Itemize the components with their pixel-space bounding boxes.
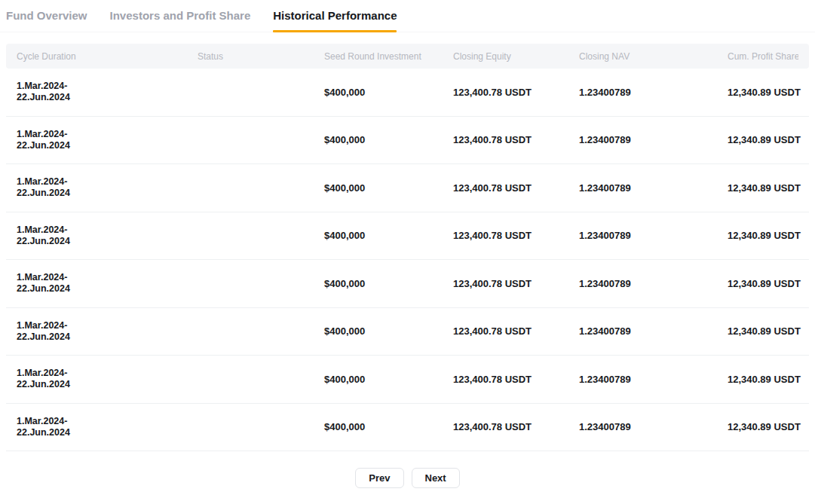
cum-profit-share-cell: 12,340.89 USDT xyxy=(728,87,801,98)
cycle-duration-line1: 1.Mar.2024- xyxy=(17,81,198,92)
cycle-duration-cell: 1.Mar.2024- 22.Jun.2024 xyxy=(17,368,198,390)
cycle-duration-line2: 22.Jun.2024 xyxy=(17,92,198,103)
column-header-cycle-duration: Cycle Duration xyxy=(17,51,198,62)
cum-profit-share-cell: 12,340.89 USDT xyxy=(728,325,801,337)
cycle-duration-cell: 1.Mar.2024- 22.Jun.2024 xyxy=(17,416,198,438)
seed-round-investment-cell: $400,000 xyxy=(324,374,453,385)
cum-profit-share-cell: 12,340.89 USDT xyxy=(728,421,801,432)
table-row: 1.Mar.2024- 22.Jun.2024 $400,000 123,400… xyxy=(6,404,809,452)
next-button[interactable]: Next xyxy=(412,468,460,488)
cycle-duration-line1: 1.Mar.2024- xyxy=(17,416,198,427)
closing-nav-cell: 1.23400789 xyxy=(579,230,728,241)
seed-round-investment-cell: $400,000 xyxy=(324,325,453,337)
column-header-cum-profit-share: Cum. Profit Share xyxy=(728,51,798,62)
cum-profit-share-cell: 12,340.89 USDT xyxy=(728,374,801,385)
closing-equity-cell: 123,400.78 USDT xyxy=(453,278,579,289)
table-row: 1.Mar.2024- 22.Jun.2024 $400,000 123,400… xyxy=(6,308,809,356)
closing-nav-cell: 1.23400789 xyxy=(579,87,728,98)
cum-profit-share-cell: 12,340.89 USDT xyxy=(728,182,801,194)
cycle-duration-cell: 1.Mar.2024- 22.Jun.2024 xyxy=(17,225,198,247)
closing-equity-cell: 123,400.78 USDT xyxy=(453,421,579,432)
seed-round-investment-cell: $400,000 xyxy=(324,87,453,98)
closing-nav-cell: 1.23400789 xyxy=(579,374,728,385)
cycle-duration-cell: 1.Mar.2024- 22.Jun.2024 xyxy=(17,81,198,103)
closing-equity-cell: 123,400.78 USDT xyxy=(453,182,579,194)
tab-historical-performance[interactable]: Historical Performance xyxy=(273,9,397,32)
prev-button[interactable]: Prev xyxy=(355,468,403,488)
cycle-duration-cell: 1.Mar.2024- 22.Jun.2024 xyxy=(17,129,198,151)
cycle-duration-line2: 22.Jun.2024 xyxy=(17,236,198,247)
cycle-duration-line1: 1.Mar.2024- xyxy=(17,272,198,283)
table-header-row: Cycle Duration Status Seed Round Investm… xyxy=(6,44,809,69)
closing-nav-cell: 1.23400789 xyxy=(579,421,728,432)
closing-equity-cell: 123,400.78 USDT xyxy=(453,87,579,98)
seed-round-investment-cell: $400,000 xyxy=(324,182,453,194)
closing-equity-cell: 123,400.78 USDT xyxy=(453,325,579,337)
cum-profit-share-cell: 12,340.89 USDT xyxy=(728,278,801,289)
seed-round-investment-cell: $400,000 xyxy=(324,134,453,145)
table-row: 1.Mar.2024- 22.Jun.2024 $400,000 123,400… xyxy=(6,260,809,308)
tab-investors-and-profit-share[interactable]: Investors and Profit Share xyxy=(110,9,251,32)
closing-equity-cell: 123,400.78 USDT xyxy=(453,374,579,385)
cycle-duration-line1: 1.Mar.2024- xyxy=(17,225,198,236)
table-body: 1.Mar.2024- 22.Jun.2024 $400,000 123,400… xyxy=(6,69,809,451)
historical-performance-table: Cycle Duration Status Seed Round Investm… xyxy=(6,44,809,451)
cycle-duration-line2: 22.Jun.2024 xyxy=(17,331,198,343)
tab-fund-overview[interactable]: Fund Overview xyxy=(6,9,87,32)
cycle-duration-line1: 1.Mar.2024- xyxy=(17,368,198,379)
closing-equity-cell: 123,400.78 USDT xyxy=(453,134,579,145)
cycle-duration-line1: 1.Mar.2024- xyxy=(17,176,198,188)
cum-profit-share-cell: 12,340.89 USDT xyxy=(728,134,801,145)
closing-equity-cell: 123,400.78 USDT xyxy=(453,230,579,241)
cycle-duration-cell: 1.Mar.2024- 22.Jun.2024 xyxy=(17,320,198,343)
table-row: 1.Mar.2024- 22.Jun.2024 $400,000 123,400… xyxy=(6,164,809,212)
tab-bar: Fund Overview Investors and Profit Share… xyxy=(0,0,815,32)
cycle-duration-line2: 22.Jun.2024 xyxy=(17,427,198,438)
cum-profit-share-cell: 12,340.89 USDT xyxy=(728,230,801,241)
seed-round-investment-cell: $400,000 xyxy=(324,230,453,241)
column-header-seed-round-investment: Seed Round Investment xyxy=(324,51,453,62)
cycle-duration-line2: 22.Jun.2024 xyxy=(17,379,198,390)
cycle-duration-line2: 22.Jun.2024 xyxy=(17,283,198,295)
cycle-duration-line2: 22.Jun.2024 xyxy=(17,188,198,199)
column-header-closing-equity: Closing Equity xyxy=(453,51,579,62)
closing-nav-cell: 1.23400789 xyxy=(579,278,728,289)
closing-nav-cell: 1.23400789 xyxy=(579,325,728,337)
pagination: Prev Next xyxy=(0,468,815,488)
cycle-duration-cell: 1.Mar.2024- 22.Jun.2024 xyxy=(17,272,198,295)
table-row: 1.Mar.2024- 22.Jun.2024 $400,000 123,400… xyxy=(6,212,809,261)
table-row: 1.Mar.2024- 22.Jun.2024 $400,000 123,400… xyxy=(6,356,809,404)
cycle-duration-cell: 1.Mar.2024- 22.Jun.2024 xyxy=(17,176,198,199)
cycle-duration-line1: 1.Mar.2024- xyxy=(17,129,198,140)
closing-nav-cell: 1.23400789 xyxy=(579,182,728,194)
column-header-status: Status xyxy=(198,51,324,62)
column-header-closing-nav: Closing NAV xyxy=(579,51,728,62)
table-row: 1.Mar.2024- 22.Jun.2024 $400,000 123,400… xyxy=(6,69,809,117)
cycle-duration-line2: 22.Jun.2024 xyxy=(17,140,198,151)
seed-round-investment-cell: $400,000 xyxy=(324,278,453,289)
closing-nav-cell: 1.23400789 xyxy=(579,134,728,145)
seed-round-investment-cell: $400,000 xyxy=(324,421,453,432)
cycle-duration-line1: 1.Mar.2024- xyxy=(17,320,198,331)
table-row: 1.Mar.2024- 22.Jun.2024 $400,000 123,400… xyxy=(6,117,809,165)
